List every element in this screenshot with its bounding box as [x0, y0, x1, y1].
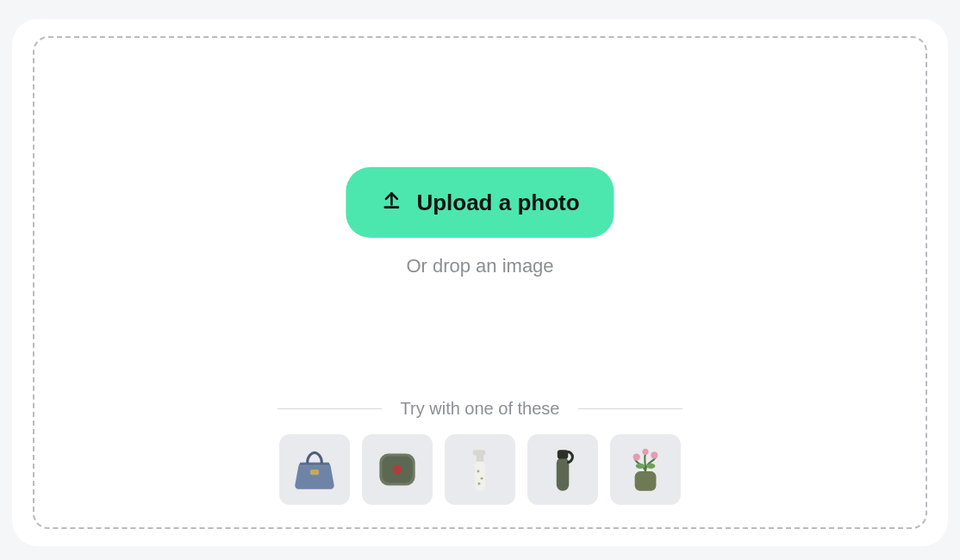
drop-hint: Or drop an image	[34, 255, 926, 277]
sample-lunch-box[interactable]	[362, 434, 433, 505]
svg-point-7	[477, 470, 479, 473]
sample-soap-dispenser[interactable]	[445, 434, 515, 505]
svg-point-9	[478, 482, 481, 485]
water-bottle-icon	[536, 443, 589, 496]
soap-dispenser-icon	[453, 443, 507, 496]
upload-button[interactable]: Upload a photo	[346, 167, 614, 238]
lunch-box-icon	[371, 443, 424, 496]
sample-handbag[interactable]	[279, 434, 350, 505]
svg-rect-4	[475, 461, 485, 491]
divider	[277, 408, 382, 409]
svg-point-8	[481, 477, 483, 480]
sample-plant-pot[interactable]	[610, 434, 681, 505]
svg-point-17	[646, 464, 655, 469]
sample-thumbnails	[279, 434, 681, 505]
svg-point-13	[633, 453, 640, 460]
svg-rect-5	[477, 454, 483, 461]
sample-water-bottle[interactable]	[527, 434, 598, 505]
svg-rect-0	[310, 470, 319, 475]
svg-point-16	[636, 464, 645, 469]
try-header-label: Try with one of these	[382, 399, 579, 419]
divider	[578, 408, 683, 409]
svg-point-3	[393, 465, 402, 474]
upload-panel: Upload a photo Or drop an image Try with…	[12, 19, 948, 546]
upload-icon	[380, 189, 402, 217]
handbag-icon	[288, 443, 341, 496]
upload-button-label: Upload a photo	[416, 190, 579, 216]
try-header: Try with one of these	[277, 399, 683, 419]
svg-rect-6	[473, 450, 485, 455]
try-section: Try with one of these	[34, 399, 926, 505]
plant-pot-icon	[619, 443, 672, 496]
svg-rect-12	[635, 471, 657, 491]
drop-zone[interactable]: Upload a photo Or drop an image Try with…	[33, 36, 927, 529]
svg-point-15	[642, 449, 648, 455]
svg-point-14	[651, 451, 658, 458]
svg-rect-10	[557, 457, 569, 491]
svg-rect-11	[558, 450, 568, 458]
